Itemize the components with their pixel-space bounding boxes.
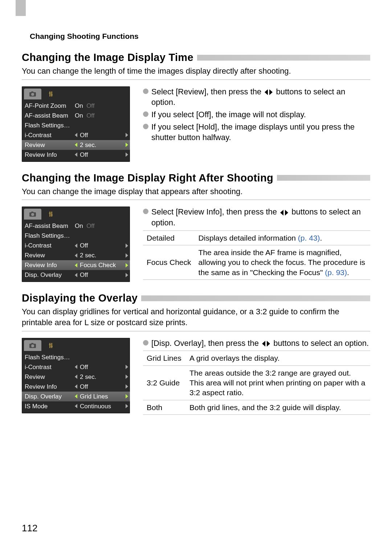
options-table: DetailedDisplays detailed information (p… [143,230,370,280]
lcd-menu-row: Review InfoOff [22,382,130,392]
lcd-tab [42,209,60,220]
table-row: Focus CheckThe area inside the AF frame … [143,245,370,280]
svg-rect-3 [49,91,50,97]
left-arrow-icon [75,273,78,277]
lcd-row-label: Review [25,252,75,258]
section-title-row: Changing the Image Display Time [22,52,370,64]
lcd-menu-row: Flash Settings… [22,231,130,241]
left-right-button-icon [264,89,273,96]
lcd-row-value: On Off [75,103,127,109]
svg-rect-15 [51,214,53,216]
option-name: Detailed [143,230,195,245]
option-name: Grid Lines [143,351,186,365]
svg-rect-6 [51,94,53,95]
option-name: 3:2 Guide [143,365,186,400]
lcd-row-label: AF-Point Zoom [25,103,75,109]
lcd-menu-row: IS ModeContinuous [22,401,130,411]
section-title-bar [141,295,370,301]
svg-marker-25 [262,341,265,347]
camera-lcd-menu: Flash Settings…i-ContrastOffReview2 sec.… [22,338,130,413]
svg-rect-14 [49,213,51,214]
left-right-button-icon [262,340,270,347]
left-arrow-icon [75,384,78,389]
right-arrow-icon [126,253,128,258]
option-description: Displays detailed information (p. 43). [195,230,370,245]
section: Changing the Image Display Right After S… [22,172,370,282]
right-arrow-icon [126,244,128,248]
svg-marker-26 [267,341,270,347]
section-title: Changing the Image Display Time [22,52,193,64]
lcd-row-label: Flash Settings… [25,122,75,128]
lcd-menu-row: Review2 sec. [22,372,130,382]
option-description: A grid overlays the display. [186,351,370,365]
right-arrow-icon [126,404,128,408]
lcd-row-label: AF-assist Beam [25,113,75,119]
bullet-text: Select [Review], then press the buttons … [151,86,370,108]
section-title-row: Changing the Image Display Right After S… [22,172,370,184]
lcd-tabs [22,207,130,221]
svg-point-2 [31,93,34,96]
left-arrow-icon [75,394,78,398]
lcd-tabs [22,86,130,101]
lcd-menu-row: Disp. OverlayGrid Lines [22,392,130,401]
section-intro: You can change the length of time the im… [22,66,370,77]
bullet-text: If you select [Off], the image will not … [151,109,306,120]
left-arrow-icon [75,253,78,258]
lcd-row-value: 2 sec. [75,142,127,148]
left-arrow-icon [75,152,78,157]
svg-rect-1 [31,91,33,93]
bullet-icon [143,89,148,94]
lcd-menu-row: Flash Settings… [22,120,130,130]
left-arrow-icon [75,244,78,248]
page-reference-link[interactable]: (p. 93) [325,268,347,277]
section-title: Displaying the Overlay [22,292,138,304]
lcd-row-label: Review Info [25,262,75,268]
right-arrow-icon [126,384,128,389]
lcd-menu-row: Review InfoOff [22,150,130,160]
lcd-row-value: Continuous [75,403,127,409]
section-divider [22,331,370,331]
right-arrow-icon [126,375,128,379]
lcd-row-label: i-Contrast [25,364,75,370]
lcd-menu-row: i-ContrastOff [22,362,130,372]
instruction-bullet: If you select [Hold], the image displays… [143,122,370,143]
page-reference-link[interactable]: (p. 43) [298,234,320,242]
svg-marker-8 [269,89,273,95]
lcd-row-value: Focus Check [75,262,127,268]
svg-marker-16 [280,210,283,216]
section: Displaying the OverlayYou can display gr… [22,292,370,415]
instructions-column: [Disp. Overlay], then press the buttons … [143,338,370,415]
lcd-menu-row: i-ContrastOff [22,241,130,250]
lcd-row-label: i-Contrast [25,242,75,249]
left-arrow-icon [75,375,78,379]
lcd-row-label: Review Info [25,152,75,158]
lcd-row-value: On Off [75,113,127,119]
lcd-menu-row: Review InfoFocus Check [22,260,130,270]
lcd-menu-row: AF-assist BeamOn Off [22,221,130,231]
lcd-row-value: Off [75,242,127,249]
instruction-bullet: Select [Review Info], then press the but… [143,207,370,228]
lcd-row-label: Flash Settings… [25,233,75,239]
lcd-row-value: Off [75,272,127,278]
left-right-button-icon [280,209,289,216]
section-title-row: Displaying the Overlay [22,292,370,304]
section-title: Changing the Image Display Right After S… [22,172,273,184]
section-divider [22,79,370,80]
svg-rect-22 [51,343,52,348]
lcd-menu-row: Review2 sec. [22,140,130,150]
right-arrow-icon [126,263,128,267]
section-title-bar [277,175,370,181]
option-description: The areas outside the 3:2 range are gray… [186,365,370,400]
lcd-row-value: 2 sec. [75,374,127,380]
svg-point-20 [31,344,34,347]
lcd-row-label: IS Mode [25,403,75,409]
lcd-tabs [22,338,130,352]
section-title-bar [197,55,370,61]
right-arrow-icon [126,365,128,369]
right-arrow-icon [126,152,128,157]
svg-rect-21 [49,343,50,348]
lcd-row-label: Disp. Overlay [25,393,75,400]
bullet-icon [143,340,148,345]
instructions-column: Select [Review], then press the buttons … [143,86,370,144]
lcd-row-label: Review [25,374,75,380]
